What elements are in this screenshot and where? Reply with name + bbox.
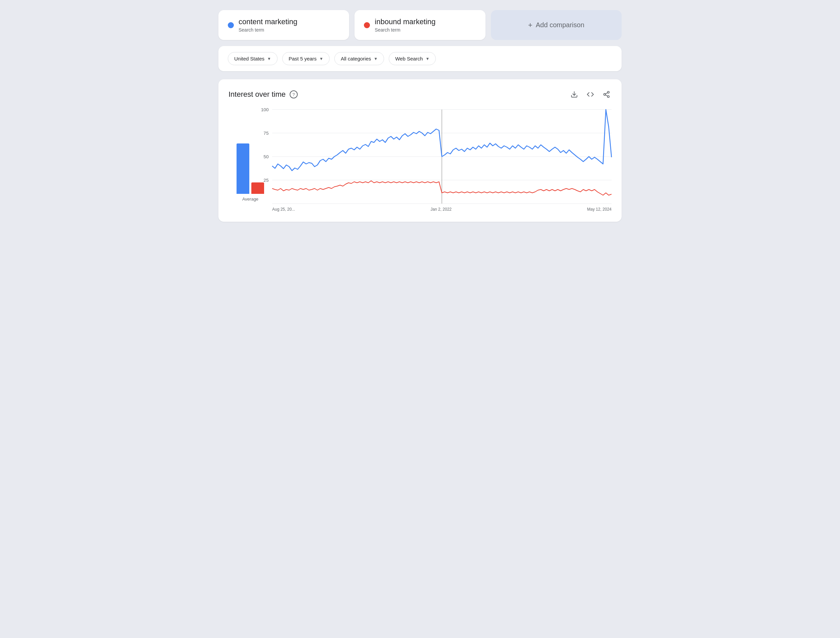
chevron-down-icon: ▼ [319, 57, 323, 61]
chart-area: Average 100 75 50 25 [229, 109, 611, 212]
svg-text:50: 50 [264, 155, 268, 160]
add-comparison-card[interactable]: + Add comparison [491, 10, 622, 40]
filter-category[interactable]: All categories ▼ [334, 52, 384, 65]
filters-row: United States ▼ Past 5 years ▼ All categ… [218, 46, 622, 71]
filter-period-label: Past 5 years [289, 56, 316, 62]
term1-text: content marketing Search term [238, 17, 297, 33]
avg-label: Average [242, 197, 258, 202]
avg-section: Average [229, 127, 272, 212]
term1-dot [228, 22, 234, 28]
line-chart-svg: 100 75 50 25 [272, 109, 611, 204]
avg-bar-2 [251, 182, 264, 194]
embed-button[interactable] [585, 89, 595, 99]
search-term-card-1[interactable]: content marketing Search term [218, 10, 349, 40]
chart-card: Interest over time ? [218, 79, 622, 222]
share-button[interactable] [602, 89, 611, 99]
avg-bars [237, 127, 264, 194]
x-label-end: May 12, 2024 [587, 207, 611, 212]
plus-icon: + [528, 21, 532, 30]
term1-sub-label: Search term [238, 27, 297, 33]
chart-title: Interest over time [229, 90, 286, 99]
svg-text:75: 75 [264, 131, 268, 136]
avg-bar-1 [237, 144, 249, 194]
filter-region[interactable]: United States ▼ [228, 52, 278, 65]
search-term-card-2[interactable]: inbound marketing Search term [354, 10, 485, 40]
search-terms-row: content marketing Search term inbound ma… [218, 10, 622, 40]
x-label-start: Aug 25, 20... [272, 207, 295, 212]
filter-search-type-label: Web Search [395, 56, 423, 62]
chevron-down-icon: ▼ [425, 57, 429, 61]
chart-title-group: Interest over time ? [229, 90, 298, 99]
term1-label: content marketing [238, 17, 297, 26]
help-icon[interactable]: ? [290, 90, 298, 98]
svg-line-5 [605, 93, 608, 94]
svg-text:100: 100 [261, 107, 269, 112]
svg-text:25: 25 [264, 178, 268, 183]
add-comparison-label: Add comparison [535, 21, 584, 29]
chart-header: Interest over time ? [229, 89, 611, 99]
line-chart-section: 100 75 50 25 Aug 25, 20... Jan 2, 2022 M… [272, 109, 611, 212]
term2-sub-label: Search term [375, 27, 436, 33]
term2-text: inbound marketing Search term [375, 17, 436, 33]
svg-line-4 [605, 95, 608, 96]
download-button[interactable] [569, 89, 579, 99]
main-container: content marketing Search term inbound ma… [218, 10, 622, 222]
term2-label: inbound marketing [375, 17, 436, 26]
filter-category-label: All categories [341, 56, 371, 62]
chevron-down-icon: ▼ [267, 57, 271, 61]
x-axis-labels: Aug 25, 20... Jan 2, 2022 May 12, 2024 [272, 205, 611, 212]
filter-region-label: United States [234, 56, 264, 62]
chevron-down-icon: ▼ [374, 57, 378, 61]
term2-dot [364, 22, 370, 28]
x-label-mid: Jan 2, 2022 [430, 207, 452, 212]
filter-search-type[interactable]: Web Search ▼ [389, 52, 436, 65]
filter-period[interactable]: Past 5 years ▼ [282, 52, 330, 65]
chart-actions [569, 89, 611, 99]
